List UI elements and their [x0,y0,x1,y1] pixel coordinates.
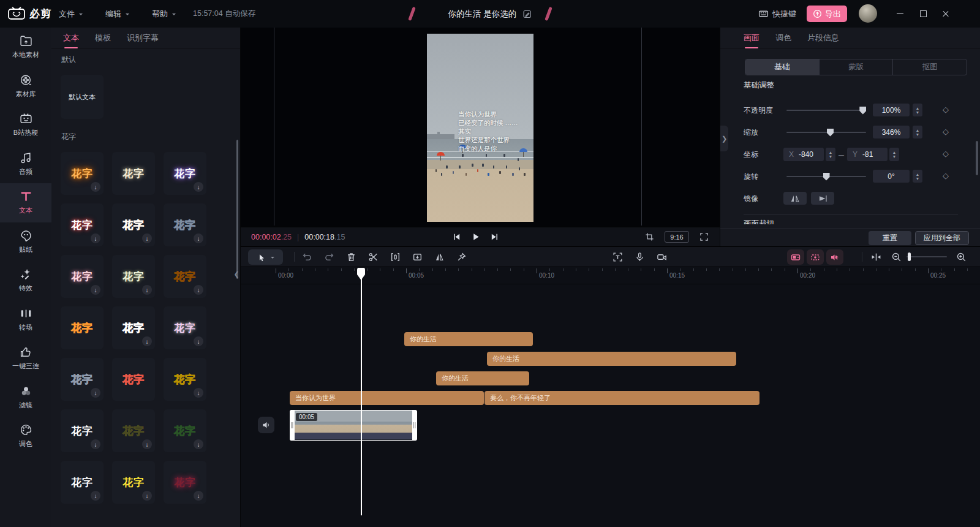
huazi-style-15[interactable]: 花字↓ [164,358,206,401]
rotate-stepper[interactable]: ▲▼ [913,170,922,183]
apply-to-all-button[interactable]: 应用到全部 [915,231,969,245]
scale-keyframe-icon[interactable]: ◇ [943,127,949,136]
huazi-style-12[interactable]: 花字↓ [164,306,206,349]
panel-collapse-icon[interactable]: ❮ [233,265,240,282]
sidebar-item-text[interactable]: 文本 [0,183,51,222]
insert-record-icon[interactable] [412,252,423,262]
cover-track-toggle[interactable] [787,249,804,265]
position-y-field[interactable]: Y-81 [847,148,888,161]
huazi-style-8[interactable]: 花字↓ [112,255,155,298]
video-preview-frame[interactable]: 当你认为世界已经变了的时候 ……其实世界还是那个世界而变的人是你 [427,34,533,222]
rotate-value[interactable]: 0° [873,170,910,183]
user-avatar[interactable] [859,4,877,23]
download-icon[interactable]: ↓ [194,336,203,346]
flip-horizontal-button[interactable] [783,192,807,205]
edit-title-icon[interactable] [522,9,532,19]
download-icon[interactable]: ↓ [194,439,203,449]
sidebar-item-transition[interactable]: 转场 [0,300,51,339]
inspector-tab-调色[interactable]: 调色 [775,28,791,48]
opacity-slider-handle[interactable] [859,107,866,115]
download-icon[interactable]: ↓ [194,233,203,243]
huazi-style-11[interactable]: 花字↓ [112,306,155,349]
rotate-slider[interactable] [786,176,866,177]
timeline-ruler[interactable]: 00:0000:0500:1000:1500:2000:25 [241,267,980,284]
huazi-style-9[interactable]: 花字↓ [164,255,206,298]
flip-vertical-button[interactable] [811,192,834,205]
window-minimize-button[interactable] [889,0,911,28]
previous-frame-button[interactable] [452,232,461,241]
huazi-style-14[interactable]: 花字 [112,358,155,401]
record-voiceover-icon[interactable] [635,252,645,262]
timeline-zoom-handle[interactable] [908,252,911,261]
sidebar-item-library[interactable]: 素材库 [0,67,51,106]
position-keyframe-icon[interactable]: ◇ [943,149,949,158]
download-icon[interactable]: ↓ [91,491,100,501]
subtab-蒙版[interactable]: 蒙版 [820,59,894,75]
opacity-keyframe-icon[interactable]: ◇ [943,105,949,114]
tab-识别字幕[interactable]: 识别字幕 [127,28,159,48]
download-icon[interactable]: ↓ [91,439,100,449]
sidebar-item-local-media[interactable]: 本地素材 [0,28,51,67]
huazi-style-5[interactable]: 花字↓ [112,203,155,246]
text-clip-4[interactable]: 当你认为世界 [290,391,484,405]
position-x-stepper[interactable]: ▲▼ [826,148,835,161]
huazi-style-7[interactable]: 花字↓ [61,255,104,298]
scale-slider[interactable] [786,132,866,133]
snap-playhead-icon[interactable] [871,252,881,262]
cut-scissors-icon[interactable] [368,252,379,262]
scale-slider-handle[interactable] [827,129,834,137]
opacity-slider[interactable] [786,110,866,111]
huazi-style-6[interactable]: 花字↓ [164,203,206,246]
auto-snap-toggle[interactable] [807,249,824,265]
sidebar-item-color-grade[interactable]: 调色 [0,417,51,456]
window-close-button[interactable] [935,0,957,28]
sidebar-item-filter[interactable]: 滤镜 [0,378,51,417]
window-maximize-button[interactable] [912,0,934,28]
timeline-zoom-slider[interactable] [907,256,947,257]
sidebar-item-bili-memes[interactable]: B站热梗 [0,105,51,145]
sidebar-item-triple-combo[interactable]: 一键三连 [0,339,51,378]
huazi-style-2[interactable]: 花字 [112,152,155,195]
redo-icon[interactable] [324,252,334,262]
aspect-ratio-selector[interactable]: 9:16 [665,231,689,243]
inspector-tab-画面[interactable]: 画面 [744,28,760,48]
record-camera-icon[interactable] [657,252,667,262]
huazi-style-10[interactable]: 花字 [61,306,104,349]
text-panel-scrollbar[interactable] [236,140,238,279]
scale-stepper[interactable]: ▲▼ [913,126,922,138]
huazi-style-20[interactable]: 花字↓ [112,461,155,504]
inspector-expand-icon[interactable]: ❯ [720,126,728,151]
huazi-style-21[interactable]: 花字↓ [164,461,206,504]
rotate-keyframe-icon[interactable]: ◇ [943,171,949,180]
download-icon[interactable]: ↓ [91,233,100,243]
default-text-card[interactable]: 默认文本 [61,75,104,119]
download-icon[interactable]: ↓ [142,491,152,501]
huazi-style-1[interactable]: 花字↓ [61,152,104,195]
download-icon[interactable]: ↓ [194,388,203,398]
text-clip-3[interactable]: 你的生活 [436,371,529,385]
export-button[interactable]: 导出 [807,6,847,22]
next-frame-button[interactable] [490,232,499,241]
sidebar-item-sticker[interactable]: 贴纸 [0,222,51,262]
download-icon[interactable]: ↓ [142,336,152,346]
text-recognition-icon[interactable] [612,252,623,262]
fullscreen-icon[interactable] [699,232,709,241]
reset-button[interactable]: 重置 [869,231,911,245]
track-mute-button[interactable] [258,417,274,433]
download-icon[interactable]: ↓ [91,182,100,192]
position-x-field[interactable]: X-840 [783,148,824,161]
download-icon[interactable]: ↓ [91,285,100,295]
huazi-style-17[interactable]: 花字↓ [112,409,155,452]
text-clip-2[interactable]: 你的生活 [487,352,736,366]
position-y-stepper[interactable]: ▲▼ [889,148,899,161]
text-clip-5[interactable]: 要么，你不再年轻了 [484,391,760,405]
zoom-out-icon[interactable] [891,252,902,262]
download-icon[interactable]: ↓ [194,182,203,192]
inspector-tab-片段信息[interactable]: 片段信息 [807,28,839,48]
huazi-style-19[interactable]: 花字↓ [61,461,104,504]
download-icon[interactable]: ↓ [194,491,203,501]
opacity-value[interactable]: 100% [873,104,910,116]
download-icon[interactable]: ↓ [142,285,152,295]
text-clip-1[interactable]: 你的生活 [404,332,533,346]
tab-文本[interactable]: 文本 [63,28,79,48]
